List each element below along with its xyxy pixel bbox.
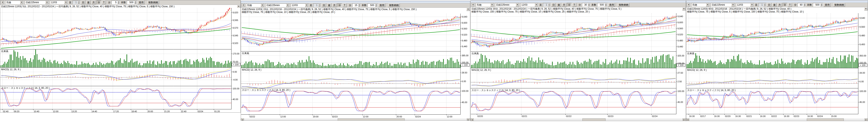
minute-stepper[interactable]: 15 ▲▼ [352, 3, 361, 7]
period-week-button[interactable]: 週 [772, 3, 777, 7]
chevron-down-icon: ▼ [706, 3, 709, 6]
chart-canvas[interactable] [0, 8, 241, 112]
period-week-button[interactable]: 週 [86, 1, 91, 4]
period-week-button[interactable]: 週 [327, 3, 331, 7]
style-dropdown[interactable]: ▼ [471, 3, 475, 7]
bar-interval-stepper[interactable]: 1 ▲▼ [72, 1, 80, 4]
minute-value: 60 [798, 3, 803, 6]
period-month-button[interactable]: 月 [777, 3, 782, 7]
period-day-button[interactable]: 日 [322, 3, 326, 7]
period-day-button[interactable]: 日 [551, 3, 556, 7]
multi-symbol-button[interactable]: 複数銘柄 [388, 3, 400, 7]
apply-button[interactable]: 適用 [138, 1, 145, 4]
chart-canvas[interactable] [241, 13, 470, 120]
style-dropdown[interactable]: ▼ [1, 1, 4, 4]
style-dropdown[interactable]: ▼ [242, 3, 245, 7]
legend-line-2: 移動平均( Close, 75 ) 移動平均( Close, 5 ) 移動平均(… [687, 10, 864, 13]
minute-value: 30 [582, 3, 588, 6]
period-minute-button[interactable]: 分 [567, 3, 571, 7]
instrument-dropdown[interactable]: 日経225mini ▼ [711, 3, 735, 7]
count-stepper[interactable]: 500 ▲▼ [127, 1, 137, 4]
category-dropdown[interactable]: 先物 ▼ [246, 3, 265, 7]
category-value: 先物 [476, 3, 490, 7]
multi-symbol-button[interactable]: 複数銘柄 [833, 3, 845, 7]
chart-canvas[interactable] [471, 13, 686, 121]
bar-interval-stepper[interactable]: 1 ▲▼ [543, 3, 551, 7]
multi-symbol-button[interactable]: 複数銘柄 [147, 1, 159, 4]
period-week-button[interactable]: 週 [557, 3, 561, 7]
contract-value: 12/03 [521, 3, 534, 6]
period-day-button[interactable]: 日 [81, 1, 85, 4]
spinner-arrows-icon: ▲▼ [820, 3, 823, 6]
contract-dropdown[interactable]: 12/03 ▼ [50, 1, 68, 4]
count-value: 500 [127, 1, 134, 4]
count-value: 500 [813, 3, 820, 6]
period-tick-button[interactable]: T [102, 1, 106, 4]
style-dropdown[interactable]: ▼ [687, 3, 690, 7]
minute-stepper[interactable]: 5 ▲▼ [112, 1, 120, 4]
contract-dropdown[interactable]: 12/03 ▼ [736, 3, 754, 7]
minute-stepper[interactable]: 60 ▲▼ [798, 3, 806, 7]
bar-interval-stepper[interactable]: 1 ▲▼ [758, 3, 766, 7]
apply-button[interactable]: 適用 [608, 3, 615, 7]
contract-dropdown[interactable]: 12/03 ▼ [291, 3, 309, 7]
instrument-dropdown[interactable]: 日経225mini ▼ [25, 1, 49, 4]
minute-stepper[interactable]: 30 ▲▼ [582, 3, 590, 7]
window-titlebar[interactable] [241, 1, 470, 3]
chevron-down-icon: ▼ [20, 1, 23, 4]
count-value: 500 [597, 3, 604, 6]
legend-dropdown-button[interactable]: ▼ [237, 5, 240, 8]
count-stepper[interactable]: 500 ▲▼ [597, 3, 607, 7]
count-label: 本数 [362, 4, 367, 7]
period-month-button[interactable]: 月 [562, 3, 566, 7]
contract-dropdown[interactable]: 12/03 ▼ [520, 3, 538, 7]
period-minute-button[interactable]: 分 [97, 1, 101, 4]
chevron-down-icon: ▼ [305, 4, 308, 7]
period-day-button[interactable]: 日 [767, 3, 771, 7]
category-dropdown[interactable]: 先物 ▼ [691, 3, 710, 7]
count-stepper[interactable]: 500 ▲▼ [368, 3, 378, 7]
spinner-arrows-icon: ▲▼ [803, 3, 806, 6]
period-tick-button[interactable]: T [788, 3, 792, 7]
period-month-button[interactable]: 月 [91, 1, 96, 4]
legend-line-1: 日経225mini 12/03( 30分, 2012/02/16 - 2012/… [471, 7, 682, 10]
legend-line-1: 日経225mini 12/03( 5分, 2012/02/22 - 2012/0… [1, 5, 237, 8]
instrument-dropdown[interactable]: 日経225mini ▼ [265, 3, 290, 7]
legend-line-1: 日経225mini 12/03( 60分, 2012/02/16 - 2012/… [687, 7, 864, 10]
category-value: 先物 [5, 1, 20, 4]
legend-dropdown-button[interactable]: ▼ [682, 7, 686, 10]
category-value: 先物 [691, 3, 706, 7]
period-month-button[interactable]: 月 [332, 3, 337, 7]
chevron-down-icon: ▼ [64, 1, 68, 4]
spinner-arrows-icon: ▲▼ [375, 4, 377, 7]
window-titlebar[interactable] [686, 1, 868, 3]
period-minute-button[interactable]: 分 [337, 3, 342, 7]
instrument-value: 日経225mini [25, 1, 45, 4]
chevron-down-icon: ▼ [750, 3, 754, 6]
bar-label: 足 [755, 3, 758, 7]
chart-canvas[interactable] [686, 13, 868, 121]
period-minute-button[interactable]: 分 [783, 3, 787, 7]
contract-value: 12/03 [736, 3, 750, 6]
period-tick-button[interactable]: T [572, 3, 576, 7]
window-titlebar[interactable] [471, 1, 686, 3]
legend-dropdown-button[interactable]: ▼ [466, 8, 470, 11]
category-dropdown[interactable]: 先物 ▼ [476, 3, 494, 7]
instrument-dropdown[interactable]: 日経225mini ▼ [495, 3, 520, 7]
period-tick-button[interactable]: T [343, 3, 347, 7]
bar-label: 足 [310, 4, 312, 7]
apply-button[interactable]: 適用 [824, 3, 831, 7]
apply-button[interactable]: 適用 [378, 3, 385, 7]
category-dropdown[interactable]: 先物 ▼ [5, 1, 24, 4]
chevron-down-icon: ▼ [535, 3, 538, 6]
legend-dropdown-button[interactable]: ▼ [864, 7, 868, 10]
chart-legend: 日経225mini 12/03( 15分, 2012/02/16 - 2012/… [241, 8, 470, 13]
count-label: 本数 [807, 3, 812, 7]
chart-toolbar: ▼ 先物 ▼ 日経225mini ▼ 12/03 ▼ 足 1 ▲▼ 日 週 月 … [241, 3, 470, 8]
legend-line-2: 移動平均( Close, 150 ) 移動平均( Close, 75 ) 移動平… [471, 10, 682, 13]
bar-interval-stepper[interactable]: 1 ▲▼ [313, 3, 321, 7]
multi-symbol-button[interactable]: 複数銘柄 [618, 3, 629, 7]
contract-value: 12/03 [291, 4, 305, 7]
count-stepper[interactable]: 500 ▲▼ [813, 3, 823, 7]
contract-value: 12/03 [50, 1, 64, 4]
